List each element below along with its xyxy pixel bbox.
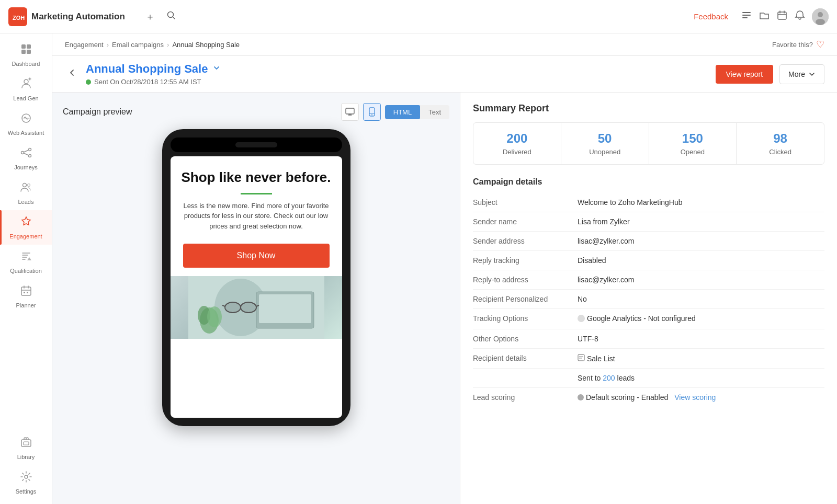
sidebar-label-dashboard: Dashboard [12,61,40,67]
plus-icon: ＋ [145,10,155,23]
detail-row-lead-scoring: Lead scoring Default scoring - Enabled V… [473,388,824,407]
shop-now-button[interactable]: Shop Now [183,244,330,268]
product-image-inner [171,276,342,339]
more-button[interactable]: More [779,64,824,84]
phone-mockup: Shop like never before. Less is the new … [162,129,350,426]
svg-point-13 [816,19,825,25]
text-format-button[interactable]: Text [420,105,449,119]
svg-rect-6 [742,17,748,18]
topbar: ZOHO Marketing Automation ＋ Feedback [0,0,837,33]
detail-row-recipient-details: Recipient details Sal [473,349,824,369]
user-avatar[interactable] [812,8,829,25]
search-button[interactable] [163,8,179,25]
sidebar-item-web-assistant[interactable]: Web Assistant [0,107,52,141]
favorite-heart-icon[interactable]: ♡ [816,39,824,50]
sidebar-item-planner[interactable]: Planner [0,279,52,314]
phone-notch [235,142,277,147]
stat-delivered-label: Delivered [482,148,552,156]
sidebar-item-engagement[interactable]: Engagement [0,210,52,245]
detail-key-reply-to: Reply-to address [473,276,578,284]
detail-value-sender-name: Lisa from Zylker [578,217,824,226]
svg-rect-5 [742,15,751,16]
sidebar-bottom: Library Settings [0,431,52,500]
svg-point-25 [28,155,31,157]
ga-status-dot [578,315,585,322]
sidebar-label-journeys: Journeys [14,164,38,170]
add-button[interactable]: ＋ [142,8,159,25]
stat-delivered-number: 200 [482,131,552,146]
title-dropdown-icon[interactable] [212,63,221,75]
detail-key-sent-to [473,374,578,382]
preview-title: Campaign preview [63,107,132,117]
svg-point-44 [371,114,372,116]
folder-icon[interactable] [759,9,770,24]
detail-row-sender-address: Sender address lisac@zylker.com [473,232,824,251]
favorite-area: Favorite this? ♡ [772,39,824,50]
html-format-button[interactable]: HTML [385,105,420,119]
format-toggle: HTML Text [385,105,449,119]
email-preview-content: Shop like never before. Less is the new … [171,156,342,339]
list-icon[interactable] [741,9,752,24]
sent-to-leads-link[interactable]: 200 [603,374,615,382]
detail-key-subject: Subject [473,198,578,207]
sidebar-item-dashboard[interactable]: Dashboard [0,38,52,72]
more-label: More [788,70,805,78]
detail-value-subject: Welcome to Zoho MarketingHub [578,198,824,207]
svg-line-27 [24,153,28,155]
stat-opened-label: Opened [658,148,728,156]
desktop-view-button[interactable] [341,103,359,121]
svg-line-26 [24,150,28,152]
email-body-text: Less is the new more. Find more of your … [171,201,342,240]
web-assistant-icon [20,112,32,128]
content-area: Engagement › Email campaigns › Annual Sh… [52,33,837,504]
svg-rect-14 [21,44,26,49]
stat-unopened-label: Unopened [570,148,640,156]
sidebar-item-library[interactable]: Library [0,431,52,465]
lead-scoring-dot [578,394,584,400]
sidebar-item-journeys[interactable]: Journeys [0,141,52,176]
view-report-button[interactable]: View report [716,65,774,84]
detail-value-sender-address: lisac@zylker.com [578,237,824,245]
svg-rect-36 [27,292,28,293]
lead-gen-icon [20,77,32,93]
detail-value-tracking-options: Google Analytics - Not configured [578,314,824,324]
preview-header: Campaign preview [63,103,449,121]
page-title: Annual Shopping Sale [86,62,208,76]
sidebar-item-qualification[interactable]: Qualification [0,245,52,279]
calendar-icon[interactable] [776,9,788,24]
sent-info: Sent On Oct/28/2018 12:55 AM IST [86,78,716,86]
sent-text: Sent On Oct/28/2018 12:55 AM IST [94,78,201,86]
sidebar-item-leads[interactable]: Leads [0,176,52,210]
breadcrumb-engagement[interactable]: Engagement [65,41,104,49]
sidebar-label-lead-gen: Lead Gen [13,95,38,101]
breadcrumb: Engagement › Email campaigns › Annual Sh… [52,33,837,56]
sidebar-label-settings: Settings [16,488,37,495]
feedback-button[interactable]: Feedback [689,10,732,23]
svg-point-39 [25,475,28,478]
breadcrumb-sep-2: › [167,41,169,49]
svg-rect-4 [742,12,751,13]
detail-row-tracking-options: Tracking Options Google Analytics - Not … [473,309,824,329]
detail-row-reply-to: Reply-to address lisac@zylker.com [473,270,824,290]
view-scoring-link[interactable]: View scoring [674,393,716,402]
search-icon [166,10,176,22]
campaign-details-title: Campaign details [473,177,824,187]
topbar-actions: ＋ [142,8,179,25]
notification-icon[interactable] [794,9,806,24]
breadcrumb-email-campaigns[interactable]: Email campaigns [112,41,164,49]
svg-rect-15 [27,44,31,49]
detail-key-sender-name: Sender name [473,217,578,226]
topbar-right-icons [741,8,829,25]
header-actions: View report More [716,64,824,84]
back-button[interactable] [65,65,80,83]
sidebar-item-settings[interactable]: Settings [0,465,52,500]
sidebar-label-qualification: Qualification [10,268,42,274]
mobile-view-button[interactable] [363,103,381,121]
sidebar-item-lead-gen[interactable]: Lead Gen [0,72,52,107]
stat-clicked-number: 98 [745,131,816,146]
detail-value-recipient-details: Sale List [578,354,824,363]
detail-row-reply-tracking: Reply tracking Disabled [473,251,824,270]
breadcrumb-current: Annual Shopping Sale [172,41,240,49]
page-header: Annual Shopping Sale Sent On Oct/28/2018… [52,56,837,93]
svg-point-28 [22,184,26,187]
